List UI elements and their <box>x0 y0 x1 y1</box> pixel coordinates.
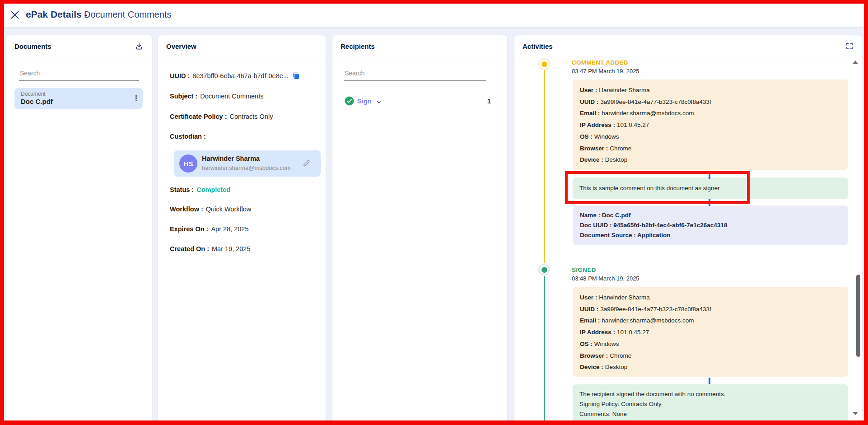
recipient-group-row[interactable]: Sign 1 <box>332 95 507 109</box>
doc-source-row: Document Source : Application <box>580 230 841 240</box>
event-timestamp: 03:48 PM March 19, 2025 <box>572 275 639 282</box>
documents-title: Documents <box>14 42 51 50</box>
page-subtitle: Document Comments <box>84 9 171 20</box>
document-list-item[interactable]: Document Doc C.pdf ⋮ <box>14 88 143 109</box>
pencil-icon[interactable] <box>303 159 311 169</box>
scrollbar-down-arrow[interactable] <box>853 412 858 415</box>
activities-panel: Activities COMMENT ADDED 03:47 PM March … <box>514 35 862 425</box>
avatar: HS <box>179 154 197 173</box>
overview-panel-header: Overview <box>158 35 326 57</box>
user-info-card: User :Harwinder Sharma UUID :3a99f9ee-84… <box>573 79 848 170</box>
os-row: OS :Windows <box>580 338 841 350</box>
created-value: Mar 19, 2025 <box>212 245 250 252</box>
recipients-search-input[interactable] <box>344 66 486 81</box>
event-status-signed: SIGNED <box>572 266 596 273</box>
document-info-card: Name : Doc C.pdf Doc UUID : 945a65fd-b2b… <box>573 205 848 245</box>
subject-value: Document Comments <box>200 93 263 100</box>
subject-row: Subject :Document Comments <box>170 93 263 100</box>
subject-label: Subject : <box>170 93 197 100</box>
note-line: The recipient signed the document with n… <box>579 389 841 399</box>
status-badge: Completed <box>196 186 230 193</box>
recipient-action-label: Sign <box>357 98 371 105</box>
chevron-down-icon[interactable] <box>376 99 383 107</box>
status-label: Status : <box>170 186 194 193</box>
workflow-value: Quick Workflow <box>206 205 251 213</box>
ip-row: IP Address :101.0.45.27 <box>580 119 841 131</box>
recipient-count: 1 <box>487 97 491 105</box>
recipients-panel-header: Recipients <box>332 35 507 57</box>
note-line: Signing Policy: Contracts Only <box>579 399 841 409</box>
top-bar: ePak Details - Document Comments <box>0 0 868 27</box>
connector-line <box>709 173 710 179</box>
copy-icon[interactable] <box>293 72 300 81</box>
browser-row: Browser :Chrome <box>580 143 841 154</box>
custodian-name: Harwinder Sharma <box>202 155 260 162</box>
created-row: Created On :Mar 19, 2025 <box>170 245 250 252</box>
custodian-email: harwinder.sharma@msbdocs.com <box>202 164 291 171</box>
user-info-card: User :Harwinder Sharma UUID :3a99f9ee-84… <box>573 287 848 377</box>
timeline-dot-comment-added <box>538 58 550 70</box>
event-status-comment-added: COMMENT ADDED <box>572 59 628 66</box>
expires-value: Apr 28, 2025 <box>211 225 248 233</box>
activities-panel-header: Activities <box>514 35 862 57</box>
workflow-row: Workflow :Quick Workflow <box>170 205 251 213</box>
browser-row: Browser :Chrome <box>580 350 841 362</box>
scrollbar-up-arrow[interactable] <box>853 61 858 64</box>
close-icon[interactable] <box>10 10 20 20</box>
header-divider <box>0 27 868 28</box>
connector-line <box>709 199 710 206</box>
workflow-label: Workflow : <box>170 205 203 213</box>
document-name: Doc C.pdf <box>21 98 53 105</box>
certificate-policy-label: Certificate Policy : <box>170 113 227 120</box>
device-row: Device :Desktop <box>580 361 841 373</box>
user-row: User :Harwinder Sharma <box>580 84 841 96</box>
email-row: Email :harwinder.sharma@msbdocs.com <box>580 107 841 119</box>
event-timestamp: 03:47 PM March 19, 2025 <box>572 68 639 75</box>
os-row: OS :Windows <box>580 131 841 143</box>
uuid-row: UUID :3a99f9ee-841e-4a77-b323-c78c0f8a43… <box>580 96 841 108</box>
uuid-value: 8e37bff0-6eba-467a-b7df-0e8e... <box>192 72 289 79</box>
uuid-row: UUID :3a99f9ee-841e-4a77-b323-c78c0f8a43… <box>580 304 841 315</box>
email-row: Email :harwinder.sharma@msbdocs.com <box>580 315 841 327</box>
document-type-label: Document <box>21 91 46 97</box>
signing-note-card: The recipient signed the document with n… <box>573 384 848 425</box>
doc-uuid-row: Doc UUID : 945a65fd-b2bf-4ec4-abf6-7e1c2… <box>580 220 841 230</box>
doc-name-row: Name : Doc C.pdf <box>580 210 841 220</box>
note-line: Comments: None <box>579 409 841 419</box>
certificate-policy-value: Contracts Only <box>230 113 273 120</box>
overview-title: Overview <box>166 42 196 50</box>
uuid-label: UUID : <box>170 72 190 79</box>
created-label: Created On : <box>170 245 209 252</box>
kebab-menu-icon[interactable]: ⋮ <box>132 93 140 103</box>
comment-card: This is sample comment on this document … <box>573 177 848 199</box>
device-row: Device :Desktop <box>580 154 841 166</box>
uuid-row: UUID :8e37bff0-6eba-467a-b7df-0e8e... <box>170 72 300 81</box>
check-circle-icon <box>345 96 354 107</box>
overview-panel: Overview UUID :8e37bff0-6eba-467a-b7df-0… <box>158 35 326 425</box>
certificate-policy-row: Certificate Policy :Contracts Only <box>170 113 273 120</box>
expires-row: Expires On :Apr 28, 2025 <box>170 225 248 233</box>
recipients-title: Recipients <box>341 42 375 50</box>
timeline-segment-green <box>544 276 545 422</box>
scrollbar-thumb[interactable] <box>856 275 860 357</box>
connector-line <box>709 378 710 384</box>
timeline-segment-yellow <box>544 70 545 263</box>
epak-details-screen: ePak Details - Document Comments Documen… <box>0 0 868 425</box>
custodian-card: HS Harwinder Sharma harwinder.sharma@msb… <box>174 150 321 177</box>
documents-panel-header: Documents <box>6 35 152 57</box>
download-icon[interactable] <box>135 42 144 51</box>
activities-title: Activities <box>523 42 553 50</box>
documents-search-input[interactable] <box>19 66 139 81</box>
recipients-panel: Recipients Sign 1 <box>332 35 507 425</box>
status-row: Status :Completed <box>170 186 230 193</box>
fullscreen-icon[interactable] <box>845 42 854 50</box>
expires-label: Expires On : <box>170 225 208 233</box>
user-row: User :Harwinder Sharma <box>580 292 841 304</box>
documents-panel: Documents Document Doc C.pdf ⋮ <box>6 35 152 425</box>
timeline-dot-signed <box>538 264 550 276</box>
ip-row: IP Address :101.0.45.27 <box>580 327 841 338</box>
page-title: ePak Details - <box>26 9 88 20</box>
custodian-label: Custodian : <box>170 133 206 140</box>
custodian-row: Custodian : <box>170 133 209 140</box>
